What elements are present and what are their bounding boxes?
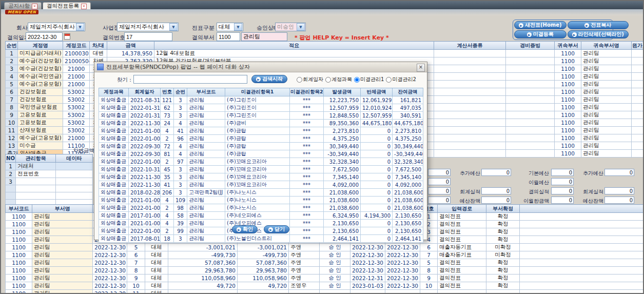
cell[interactable] [434,119,506,127]
cell[interactable]: 4,092,000 [393,181,423,189]
cell[interactable]: 관리팀 [187,181,225,189]
pending-register-button[interactable]: ▶미결등록 [514,30,567,38]
budget-field-value[interactable]: 0 [551,178,574,185]
cell[interactable] [520,236,644,244]
cell[interactable]: 29,963,780 [168,267,238,275]
cell[interactable]: 21,038,600 [324,189,361,197]
cell[interactable]: 2022-12-31 [350,275,385,282]
cell[interactable]: 관리팀 [32,236,93,244]
cell[interactable]: 외상매출금 [99,204,129,212]
column-header[interactable]: 번호 [161,88,174,96]
cell[interactable] [632,134,644,142]
cell[interactable] [350,290,385,294]
cell[interactable] [632,111,644,119]
cell[interactable]: *** [290,204,324,212]
column-header[interactable]: 계산서종류 [434,42,506,50]
cell[interactable]: 0 [361,158,393,166]
cell[interactable] [56,163,93,170]
cell[interactable]: 매출자동기표 [438,251,486,259]
cell[interactable]: (주)꼬매요코리아 [225,158,290,166]
cell[interactable]: 18 [161,235,174,243]
cell[interactable]: 1100 [555,119,581,127]
cell[interactable]: 2022-11-30 [129,173,161,181]
cell[interactable]: 6 [420,244,438,251]
cell[interactable]: 대체 [145,290,168,294]
cell[interactable]: 결의전표 [438,213,486,221]
cell[interactable]: 4 [6,73,18,81]
cell[interactable]: 21,038,600 [393,204,423,212]
cell[interactable]: 1100 [555,134,581,142]
cell[interactable]: 11 [6,127,18,134]
budget-field-value[interactable]: 0 [481,187,511,194]
cell[interactable]: 0 [361,173,393,181]
management-item-row[interactable] [6,185,93,192]
cell[interactable] [320,290,350,294]
cell[interactable]: 5 [6,81,18,88]
open-item-row[interactable]: 외상매출금2022-01-00297관리팀(주)꼬매요코리아***32,328,… [99,158,423,166]
cell[interactable]: 7 [127,259,145,267]
budget-field-value[interactable]: 0 [481,197,511,204]
popup-radio-option[interactable]: 미결관리2 [386,76,416,83]
cell[interactable]: 73 [161,112,174,120]
cell[interactable]: 확정 [486,236,520,244]
cell[interactable] [506,127,555,134]
cell[interactable]: 30,349,440 [393,143,423,150]
cell[interactable]: 주앤 [289,275,320,282]
cell[interactable] [506,96,555,104]
cell[interactable]: 예수금(건강보험) [18,65,63,73]
cell[interactable]: 결의전표 [438,228,486,236]
cell[interactable]: 4,375,250 [324,135,361,143]
cell[interactable]: 관리팀 [581,88,632,96]
cell[interactable]: 24 [161,120,174,127]
open-item-row[interactable]: 외상매출금2022-09-30814관리팀(주)금탑***-30,349,440… [99,150,423,158]
cell[interactable]: 32,328,340 [324,158,361,166]
cell[interactable]: 1100 [6,259,32,267]
popup-search-input[interactable] [133,75,247,84]
cell[interactable]: (주)금탑 [225,143,290,150]
cell[interactable]: 관리팀 [581,104,632,111]
cell[interactable]: 미지급금(거래처) [18,50,63,57]
cell[interactable]: 12,507,959 [361,112,393,120]
cell[interactable]: 관리팀 [581,142,632,150]
cell[interactable]: 2023-01-03 [350,282,385,290]
department-voucher-row[interactable]: 1100관리팀2022-12-308대체29,963,78029,963,780… [6,267,644,275]
cell[interactable]: 110,058,960 [168,275,238,282]
cell[interactable]: 매출자동기표 [438,244,486,251]
cell[interactable]: 2021-01-00 [129,197,161,204]
cell[interactable] [506,111,555,119]
cell[interactable] [632,73,644,81]
budget-field-value[interactable]: 0 [481,169,511,176]
cell[interactable] [506,57,555,65]
cell[interactable]: 결의전표 [438,267,486,275]
cell[interactable]: 전표번호 [16,170,56,178]
cell[interactable]: *** [290,173,324,181]
cell[interactable]: 확정 [486,221,520,228]
open-item-row[interactable]: 외상매출금2017-08-01183관리팀(주)노블인더스트리***2,464,… [99,235,423,243]
cell[interactable] [506,142,555,150]
cell[interactable]: 외상매출금 [99,212,129,220]
cell[interactable]: 2021-08-31 [129,96,161,104]
cell[interactable]: 3 [174,112,187,120]
cell[interactable]: 161,821 [393,96,423,104]
cell[interactable]: *** [290,127,324,135]
cell[interactable]: 29,963,780 [238,267,289,275]
cell[interactable] [632,81,644,88]
cell[interactable]: 1100 [6,290,32,294]
open-item-row[interactable]: 외상매출금2022-10-31453관리팀(주)꼬매요코리아***7,672,5… [99,166,423,173]
open-item-row[interactable]: 외상매출금2022-01-31733관리팀(주)그린조이***12,848,55… [99,112,423,120]
cell[interactable]: 0 [361,166,393,173]
site-select[interactable]: 제일저지주식회사 ▼ [117,23,179,31]
cell[interactable]: 2018-02-28 [129,189,161,197]
cell[interactable] [434,111,506,119]
cell[interactable]: 1100 [555,150,581,158]
cell[interactable]: 10 [6,119,18,127]
tab-voucher-register[interactable]: 결의전표등록 × [43,2,91,10]
cell[interactable]: 2,273,810 [393,127,423,135]
cell[interactable]: 98 [174,204,187,212]
cell[interactable]: 1100 [555,81,581,88]
open-item-row[interactable]: 외상매출금2021-08-311213관리팀(주)그린조이***12,223,7… [99,96,423,104]
cell[interactable]: 4,092,000 [324,181,361,189]
cell[interactable]: 승 인 [320,251,350,259]
cell[interactable]: 1100 [6,236,32,244]
cell[interactable]: 14,378,950 [107,50,154,57]
